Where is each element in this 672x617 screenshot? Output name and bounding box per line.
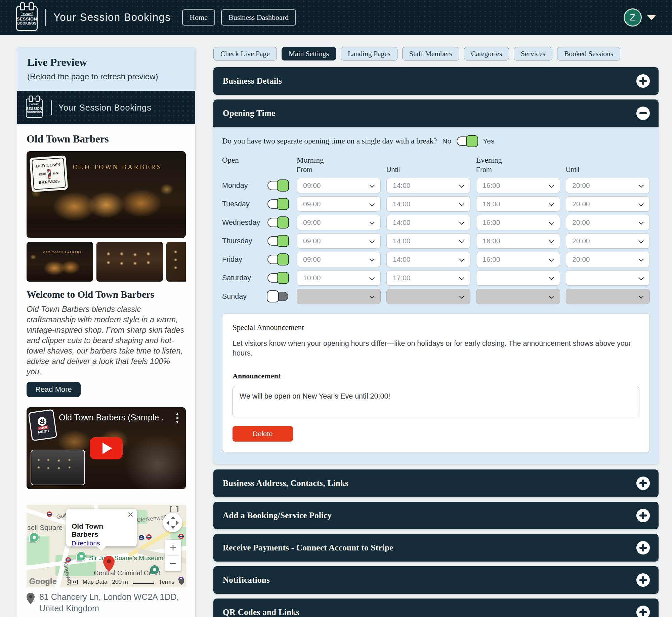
announcement-textarea[interactable]: We will be open on New Year's Eve until … <box>233 386 639 417</box>
expand-plus-icon[interactable] <box>636 573 650 587</box>
morning-until-select[interactable]: 14:00 <box>386 215 470 230</box>
map-poi-marker <box>150 565 160 575</box>
day-toggle[interactable] <box>267 218 288 227</box>
tab-check-live-page[interactable]: Check Live Page <box>213 47 277 60</box>
evening-from-select[interactable]: 16:00 <box>476 178 560 193</box>
delete-announcement-button[interactable]: Delete <box>233 426 293 442</box>
morning-from-select[interactable]: 09:00 <box>297 233 381 249</box>
map-data-label[interactable]: Map Data <box>83 579 108 585</box>
evening-from-select[interactable]: 16:00 <box>476 233 560 249</box>
collapse-minus-icon[interactable] <box>636 107 650 120</box>
map-fullscreen-icon[interactable] <box>170 506 178 512</box>
evening-from-select[interactable]: 16:00 <box>476 196 560 212</box>
gallery-thumb-interior[interactable] <box>96 242 163 282</box>
chevron-down-icon <box>549 201 554 206</box>
map-report-icon[interactable] <box>179 579 184 585</box>
morning-from-select[interactable]: 09:00 <box>297 196 381 212</box>
evening-until-select[interactable] <box>566 289 650 304</box>
logo-line-session: SESSION <box>17 16 37 22</box>
evening-until-select[interactable]: 20:00 <box>566 196 650 212</box>
expand-plus-icon[interactable] <box>636 606 650 617</box>
directions-link[interactable]: Directions <box>72 540 100 547</box>
video-title[interactable]: Old Town Barbers (Sample ... <box>59 413 164 422</box>
user-avatar[interactable]: Z <box>624 8 642 27</box>
morning-until-select[interactable] <box>386 289 470 304</box>
evening-until-select[interactable]: 20:00 <box>566 233 650 249</box>
preview-brand-title: Your Session Bookings <box>58 103 152 113</box>
evening-until-select[interactable]: 20:00 <box>566 252 650 267</box>
morning-until-select[interactable]: 14:00 <box>386 196 470 212</box>
business-address: 81 Chancery Ln, London WC2A 1DD, United … <box>27 591 186 614</box>
chevron-down-icon <box>549 238 554 243</box>
morning-from-select[interactable]: 09:00 <box>297 178 381 193</box>
morning-from-select[interactable] <box>297 289 381 304</box>
video-more-options-icon[interactable] <box>175 412 180 424</box>
map-zoom-in-button[interactable]: + <box>165 540 181 555</box>
gallery-thumb-interior-2[interactable] <box>166 242 186 282</box>
map-poi-marker <box>29 532 39 542</box>
evening-until-select[interactable]: 20:00 <box>566 178 650 193</box>
morning-from-select[interactable]: 09:00 <box>297 215 381 230</box>
read-more-button[interactable]: Read More <box>27 382 81 397</box>
special-announcement-description: Let visitors know when your opening hour… <box>233 339 632 358</box>
expand-plus-icon[interactable] <box>636 74 650 88</box>
tab-booked-sessions[interactable]: Booked Sessions <box>557 47 620 60</box>
chevron-down-icon <box>459 201 464 206</box>
tab-staff-members[interactable]: Staff Members <box>402 47 459 60</box>
expand-plus-icon[interactable] <box>636 477 650 490</box>
split-hours-toggle[interactable] <box>457 136 477 146</box>
accordion-booking-policy[interactable]: Add a Booking/Service Policy <box>213 502 659 529</box>
accordion-receive-payments[interactable]: Receive Payments - Connect Account to St… <box>213 534 659 562</box>
map-zoom-out-button[interactable]: − <box>165 556 181 571</box>
info-window-close-icon[interactable]: × <box>127 509 133 520</box>
evening-until-select[interactable] <box>566 270 650 286</box>
day-toggle[interactable] <box>267 199 288 209</box>
col-open-label: Open <box>222 156 262 165</box>
tab-services[interactable]: Services <box>514 47 552 60</box>
map-pan-control[interactable] <box>163 513 182 532</box>
google-map[interactable]: Guilford St sell Square Clerkenwell Sir … <box>27 505 186 587</box>
day-toggle[interactable] <box>267 236 288 246</box>
storefront-photo[interactable]: OLD TOWN BARBERS OLD TOWN ESTD 2024 BARB… <box>27 151 186 238</box>
morning-until-select[interactable]: 14:00 <box>386 233 470 249</box>
home-button[interactable]: Home <box>182 9 215 26</box>
evening-until-select[interactable]: 20:00 <box>566 215 650 230</box>
accordion-opening-time[interactable]: Opening Time <box>213 99 659 127</box>
day-toggle[interactable] <box>267 273 288 283</box>
business-name-heading: Old Town Barbers <box>27 133 186 145</box>
keyboard-shortcuts-icon[interactable] <box>70 580 78 584</box>
evening-from-select[interactable] <box>476 289 560 304</box>
accordion-business-address[interactable]: Business Address, Contacts, Links <box>213 469 659 497</box>
gallery-thumb-storefront[interactable]: OLD TOWN BARBERS <box>27 242 93 282</box>
morning-until-select[interactable]: 14:00 <box>386 178 470 193</box>
day-toggle[interactable] <box>267 292 288 301</box>
tab-landing-pages[interactable]: Landing Pages <box>341 47 397 60</box>
business-dashboard-button[interactable]: Business Dashboard <box>221 9 296 26</box>
morning-until-select[interactable]: 17:00 <box>386 270 470 286</box>
toggle-no-label: No <box>442 137 451 145</box>
account-menu-caret-icon[interactable] <box>647 15 656 20</box>
map-terms-link[interactable]: Terms <box>159 579 174 585</box>
accordion-qr-codes[interactable]: QR Codes and Links <box>213 599 659 617</box>
morning-from-select[interactable]: 09:00 <box>297 252 381 267</box>
expand-plus-icon[interactable] <box>636 509 650 522</box>
accordion-business-details[interactable]: Business Details <box>213 67 659 95</box>
youtube-video-embed[interactable]: YOUR MENU Old Town Barbers (Sample ... <box>27 407 186 489</box>
day-toggle[interactable] <box>267 255 288 264</box>
expand-plus-icon[interactable] <box>636 541 650 554</box>
morning-from-select[interactable]: 10:00 <box>297 270 381 286</box>
day-row-sunday: Sunday <box>222 289 650 304</box>
day-toggle[interactable] <box>267 181 288 190</box>
tab-main-settings[interactable]: Main Settings <box>282 47 336 60</box>
preview-logo-line-bookings: BOOKINGS <box>27 111 42 114</box>
accordion-notifications[interactable]: Notifications <box>213 566 659 594</box>
day-label: Friday <box>222 255 262 264</box>
tab-categories[interactable]: Categories <box>464 47 509 60</box>
chevron-down-icon <box>459 293 464 299</box>
video-play-button[interactable] <box>90 437 123 459</box>
evening-from-select[interactable]: 16:00 <box>476 215 560 230</box>
morning-until-select[interactable]: 14:00 <box>386 252 470 267</box>
day-label: Wednesday <box>222 218 262 227</box>
evening-from-select[interactable]: 16:00 <box>476 252 560 267</box>
evening-from-select[interactable] <box>476 270 560 286</box>
